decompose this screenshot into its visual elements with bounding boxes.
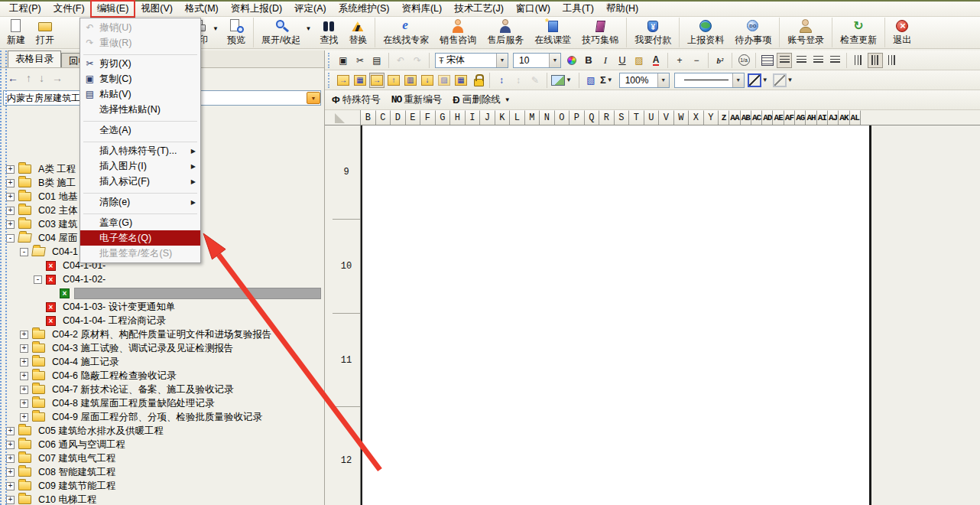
column-header[interactable]: I [466,110,481,125]
clear-item[interactable]: 清除(e) ▶ [80,194,200,210]
italic-button[interactable]: I ▼ ▼ [598,53,613,68]
column-header[interactable]: J [480,110,495,125]
menu-window[interactable]: 窗口(W) [510,1,557,17]
shrink-font-button[interactable]: − ▼ ▼ [689,53,704,68]
column-header[interactable]: G [436,110,451,125]
row-height-button[interactable]: ▦ ▼ ▼ [352,73,368,88]
tree-item[interactable]: + C04-4 施工记录 [2,355,323,369]
tree-item[interactable]: + C07 建筑电气工程 [2,451,323,465]
column-header[interactable]: R [599,110,615,125]
grow-font-button[interactable]: + ▼ ▼ [672,53,687,68]
tree-expander[interactable]: + [6,193,15,201]
column-header[interactable]: AI [817,110,828,125]
cut-item[interactable]: ✂ 剪切(X) ▶ [80,56,200,71]
chevron-down-icon[interactable]: ▼ [787,77,793,83]
column-header[interactable]: AE [773,110,784,125]
menu-tools[interactable]: 工具(T) [557,1,600,17]
tree-item[interactable]: + C04-3 施工试验、调试记录及见证检测报告 [2,341,323,355]
align-right-button[interactable]: ▼ ▼ [810,53,826,68]
column-header[interactable]: M [525,110,540,125]
edit-menu-item[interactable]: ▶ [80,138,200,143]
tree-item[interactable]: C04-1-04- 工程洽商记录 [2,314,323,327]
column-header[interactable]: AA [729,110,740,125]
tree-expander[interactable]: + [6,454,15,463]
edit-menu-item[interactable]: ▶ [80,50,200,56]
column-header[interactable]: Y [704,110,719,125]
insert-col-left-button[interactable]: → ▼ ▼ [336,73,351,88]
edit-menu-item[interactable]: ▶ [80,189,200,194]
insert-image-item[interactable]: 插入图片(I) ▶ [80,158,200,174]
menu-assess[interactable]: 评定(A) [288,1,333,17]
font-family-combo[interactable]: Ŧ 宋体 ▼ ▼ [435,53,508,68]
line-style-combo[interactable]: ▼ ▼ [674,73,745,88]
chevron-down-icon[interactable]: ▼ [213,25,219,32]
open-button[interactable]: ▼ 打开 [31,18,60,47]
row-header[interactable]: 10 [333,220,360,314]
tree-expander[interactable]: + [20,344,28,353]
insert-image-button[interactable]: ▼ ▼ [551,73,575,88]
online-class-button[interactable]: ▼ 在线课堂 [529,18,576,47]
insert-mark-item[interactable]: 插入标记(F) ▶ [80,174,200,189]
column-header[interactable]: X [689,110,704,125]
account-login-button[interactable]: ▼ 账号登录 [779,18,829,47]
table-tool-button[interactable]: ▼ ▼ [547,73,547,88]
nav-back[interactable]: ← [8,72,18,84]
todo-button[interactable]: ▼ 待办事项 [729,18,777,47]
tree-item[interactable]: + C08 智能建筑工程 [2,465,323,479]
renumber-button[interactable]: NO 重新编号 ▼ [386,92,448,109]
chevron-down-icon[interactable]: ▼ [496,54,508,67]
chevron-down-icon[interactable]: ▼ [607,77,613,83]
paste-button[interactable]: ▤ ▼ ▼ [369,53,385,68]
tree-item[interactable]: C04-1-03- 设计变更通知单 [2,300,323,314]
vertical-text-center-button[interactable]: ▼ ▼ [868,53,883,68]
tree-expander[interactable]: + [6,496,15,504]
tree-expander[interactable]: + [6,441,15,449]
bold-button[interactable]: B ▼ ▼ [581,53,596,68]
strike-line-button[interactable]: Đ 画删除线 ▼ [447,92,515,109]
menu-library[interactable]: 资料库(L) [395,1,448,17]
copy-button[interactable]: ▣ ▼ ▼ [336,53,351,68]
underline-button[interactable]: U ▼ ▼ [615,53,630,68]
format-button[interactable]: ▼ ▼ [328,53,331,68]
row-header[interactable]: 12 [333,407,360,505]
vertical-text-left-button[interactable]: ▼ ▼ [851,53,866,68]
tree-expander[interactable]: + [6,165,15,174]
tree-expander[interactable]: + [20,386,28,394]
font-size-combo[interactable]: 10 ▼ ▼ [513,53,561,68]
tree-item[interactable]: + C10 电梯工程 [2,493,323,505]
special-symbols-button[interactable]: Φ 特殊符号 ▼ [326,92,386,109]
column-header[interactable]: P [570,110,585,125]
table-tool-button[interactable]: ▼ ▼ [328,73,331,88]
insert-column-button[interactable]: ▥ ▼ ▼ [403,73,418,88]
stamp-item[interactable]: 盖章(G) ▶ [80,215,200,230]
menu-project[interactable]: 工程(P) [3,1,47,17]
tree-expander[interactable]: + [20,372,28,380]
column-header[interactable]: W [674,110,690,125]
menu-view[interactable]: 视图(V) [135,1,179,17]
merge-down-button[interactable]: ↓ ▼ ▼ [420,73,435,88]
tree-expander[interactable]: + [20,399,28,408]
paste-table-button[interactable]: ▨ ▼ ▼ [436,73,452,88]
find-button[interactable]: ▼ 查找 [314,18,343,47]
format-button[interactable]: ▼ ▼ [667,53,668,68]
new-button[interactable]: ▼ 新建 [2,18,31,47]
zoom-combo[interactable]: 100% ▼ ▼ [619,73,670,88]
font-color-button[interactable]: A ▼ ▼ [648,53,664,68]
chevron-down-icon[interactable]: ▼ [549,54,560,67]
column-header[interactable]: AH [806,110,816,125]
tree-item[interactable]: + C04-7 新技术论证、备案、施工及验收记录 [2,383,323,396]
copy-item[interactable]: ▣ 复制(C) ▶ [80,71,200,86]
tree-item[interactable]: + C06 通风与空调工程 [2,438,323,451]
column-header[interactable]: S [615,110,630,125]
borders-alt-button[interactable]: ▼ ▼ [773,73,797,88]
font-color-wheel-button[interactable]: ◉ ▼ ▼ [564,53,579,68]
online-expert-button[interactable]: ▼ 在线找专家 [375,18,434,47]
edit-menu-item[interactable]: ▶ [80,210,200,215]
line-spacing-increase-button[interactable]: ↕ ▼ ▼ [494,73,509,88]
chevron-down-icon[interactable]: ▼ [305,25,311,32]
format-painter-button[interactable]: ✎ ▼ ▼ [527,73,543,88]
format-button[interactable]: ▼ ▼ [732,53,732,68]
align-justify-button[interactable]: ▼ ▼ [827,53,842,68]
insert-col-right-button[interactable]: → ▼ ▼ [369,73,385,88]
paste-item[interactable]: ▤ 粘贴(V) ▶ [80,86,200,102]
